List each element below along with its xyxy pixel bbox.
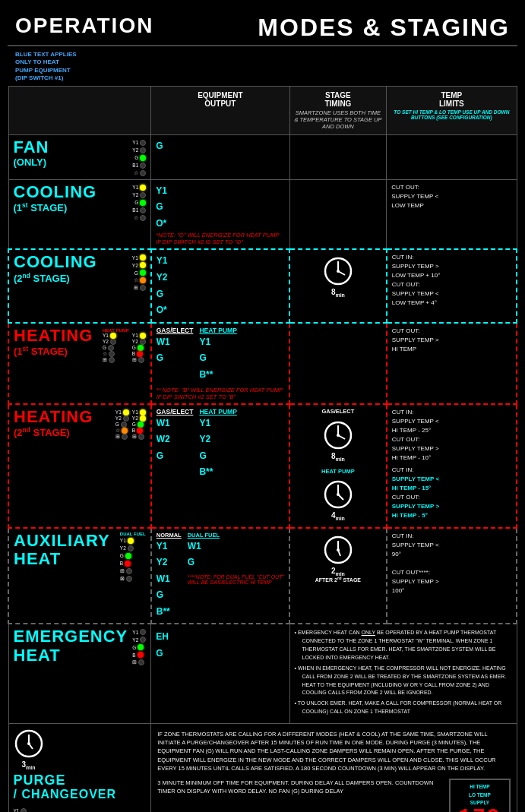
mode-purge: 3min PURGE / CHANGEOVER Y1 Y2 (8, 723, 151, 812)
led-y1-off (140, 140, 146, 146)
heat2-temp-hp: CUT IN: SUPPLY TEMP <HI TEMP - 15° CUT O… (392, 466, 511, 520)
mode-cool2: COOLING (2nd STAGE) Y1 Y2 (8, 249, 151, 322)
purge-clock-container: 3min (14, 728, 44, 770)
row-cool1: COOLING (1st STAGE) Y1 Y2 (8, 179, 517, 249)
fan-sub-label: (ONLY) (14, 156, 128, 168)
led-cool1-y1 (140, 185, 146, 191)
heat2-leds-dual: Y1 Y2 G (115, 409, 146, 440)
timing-aux: 2min AFTER 2nd STAGE (289, 528, 387, 624)
cool2-label: COOLING (14, 253, 128, 271)
aux-after-label: AFTER 2nd STAGE (315, 577, 361, 583)
heat1-gas-equip: W1G (157, 334, 194, 367)
aux-equip-inner: NORMAL Y1Y2W1GB** DUAL FUEL W1G ****NOTE… (157, 532, 284, 621)
equip-emerg: EHG (151, 624, 289, 723)
heat2-clock-hp: 4min (293, 476, 383, 524)
header-right-title: MODES & STAGING (258, 14, 510, 42)
aux-normal-equip: Y1Y2W1GB** (157, 539, 182, 621)
equip-cool1: Y1GO* *NOTE: "O" WILL ENERGIZE FOR HEAT … (151, 179, 289, 249)
heat2-hp-col: HEAT PUMP Y1Y2GB** (199, 408, 236, 481)
mode-cool1-text: COOLING (1st STAGE) (14, 183, 128, 214)
mode-emerg: EMERGENCY HEAT Y1 Y2 (8, 624, 151, 723)
purge-text2: 3 MINUTE MINIMUM OFF TIME FOR EQUIPMENT.… (157, 779, 443, 796)
svg-point-11 (337, 493, 340, 496)
fan-leds: Y1 Y2 G B1 (132, 140, 146, 176)
svg-point-7 (337, 434, 340, 437)
mode-aux: AUXILIARY HEAT DUAL FUEL Y1 Y2 (8, 528, 151, 624)
delay-display: HI TEMPLO TEMPSUPPLY 179 DELAY ECO PURGE (449, 779, 510, 812)
mode-aux-inner: AUXILIARY HEAT DUAL FUEL Y1 Y2 (14, 532, 146, 582)
led-cool2-g (140, 270, 146, 276)
cool2-sub: (2nd STAGE) (14, 272, 128, 284)
mode-fan-inner: FAN (ONLY) Y1 Y2 (14, 138, 147, 176)
cool1-equip: Y1GO* (156, 183, 284, 232)
mode-heat2: HEATING (2nd STAGE) Y1 Y2 (8, 404, 151, 528)
temp-cool1: CUT OUT:SUPPLY TEMP <LOW TEMP (387, 179, 517, 249)
emerg-label2: HEAT (14, 646, 128, 665)
fan-led-y1: Y1 (132, 140, 146, 146)
row-purge: 3min PURGE / CHANGEOVER Y1 Y2 (8, 723, 517, 812)
row-aux: AUXILIARY HEAT DUAL FUEL Y1 Y2 (8, 528, 517, 624)
cool1-sub: (1st STAGE) (14, 201, 128, 213)
purge-label: PURGE (14, 773, 147, 788)
heat1-label: HEATING (14, 327, 98, 345)
emerg-bullets: EMERGENCY HEAT CAN ONLY BE OPERATED BY A… (295, 629, 512, 716)
heat2-gas-equip: W1W2G (157, 415, 194, 465)
led-cool2-misc (140, 277, 146, 283)
mode-cool1: COOLING (1st STAGE) Y1 Y2 (8, 179, 151, 249)
temp-heat1: CUT OUT:SUPPLY TEMP >HI TEMP (387, 323, 517, 404)
temp-cool2: CUT IN:SUPPLY TEMP >LOW TEMP + 10° CUT O… (387, 249, 517, 322)
purge-min: 3min (14, 760, 44, 770)
temp-aux: CUT IN:SUPPLY TEMP <90° CUT OUT****:SUPP… (387, 528, 517, 624)
emerg-bullet-3: TO UNLOCK EMER. HEAT, MAKE A CALL FOR CO… (295, 700, 512, 716)
timing-fan (289, 134, 387, 179)
svg-point-15 (337, 548, 340, 551)
row-emerg: EMERGENCY HEAT Y1 Y2 (8, 624, 517, 723)
mode-emerg-inner: EMERGENCY HEAT Y1 Y2 (14, 627, 147, 665)
heat-pump-label: HEAT PUMP (103, 328, 129, 333)
aux-dual-col: DUAL FUEL W1G ****NOTE: FOR DUAL FUEL "C… (188, 532, 284, 621)
led-cool1-b1 (140, 207, 146, 213)
mode-cool1-inner: COOLING (1st STAGE) Y1 Y2 (14, 183, 147, 221)
mode-fan-text: FAN (ONLY) (14, 138, 128, 168)
aux-label: AUXILIARY (14, 532, 115, 550)
cool1-label: COOLING (14, 183, 128, 201)
heat2-temp-gas: CUT IN:SUPPLY TEMP <HI TEMP - 25° CUT OU… (392, 408, 511, 463)
th-equipment: EQUIPMENTOUTPUT (151, 86, 289, 134)
led-cool2-y2 (140, 262, 146, 268)
clock-icon-heat2-hp (323, 479, 353, 510)
purge-clock-row: 3min (14, 728, 147, 770)
led-cool2-y1 (140, 254, 146, 261)
heat1-note: ** NOTE: "B" WILL ENERGIZE FOR HEAT PUMP… (157, 387, 284, 400)
led-misc-off (140, 170, 146, 176)
timing-cool1 (289, 179, 387, 249)
heat2-leds-left: Y1 Y2 G (115, 409, 129, 440)
th-temp-sub: TO SET HI TEMP & LO TEMP USE UP AND DOWN… (390, 109, 513, 120)
clock-icon-heat2-gas (323, 420, 353, 450)
cool1-note: *NOTE: "O" WILL ENERGIZE FOR HEAT PUMP I… (156, 232, 284, 245)
timing-heat2: GAS/ELECT 8min HEAT PUMP (289, 404, 387, 528)
row-heat1: HEATING (1st STAGE) HEAT PUMP Y1 (8, 323, 517, 404)
mode-heat1-text: HEATING (1st STAGE) (14, 327, 98, 358)
equip-heat1: GAS/ELECT W1G HEAT PUMP Y1GB** ** NOTE: … (151, 323, 289, 404)
heat2-clock-gas: 8min (293, 417, 383, 465)
delay-digits: 179 (457, 807, 502, 812)
mode-cool2-text: COOLING (2nd STAGE) (14, 253, 128, 284)
mode-fan: FAN (ONLY) Y1 Y2 (8, 134, 151, 179)
fan-led-y2: Y2 (132, 147, 146, 153)
heat1-leds-left: HEAT PUMP Y1 Y2 G (103, 328, 129, 363)
clock-icon-cool2 (323, 256, 353, 286)
emerg-info: EMERGENCY HEAT CAN ONLY BE OPERATED BY A… (289, 624, 517, 723)
aux-dual-note: ****NOTE: FOR DUAL FUEL "CUT OUT" WILL B… (188, 574, 284, 585)
clock-icon-purge (14, 728, 44, 759)
led-cool2-b (140, 285, 146, 291)
row-cool2: COOLING (2nd STAGE) Y1 Y2 (8, 249, 517, 322)
cool1-temp: CUT OUT:SUPPLY TEMP <LOW TEMP (391, 183, 511, 210)
cool2-temp: CUT IN:SUPPLY TEMP >LOW TEMP + 10° CUT O… (392, 253, 511, 308)
row-fan: FAN (ONLY) Y1 Y2 (8, 134, 517, 179)
aux-leds: DUAL FUEL Y1 Y2 G (120, 532, 146, 582)
cool2-leds: Y1 Y2 G ☆ (132, 254, 146, 291)
aux-normal-col: NORMAL Y1Y2W1GB** (157, 532, 182, 621)
clock-icon-aux (323, 535, 353, 565)
fan-equip-text: G (156, 138, 284, 155)
cool2-equip: Y1Y2GO* (157, 253, 284, 318)
